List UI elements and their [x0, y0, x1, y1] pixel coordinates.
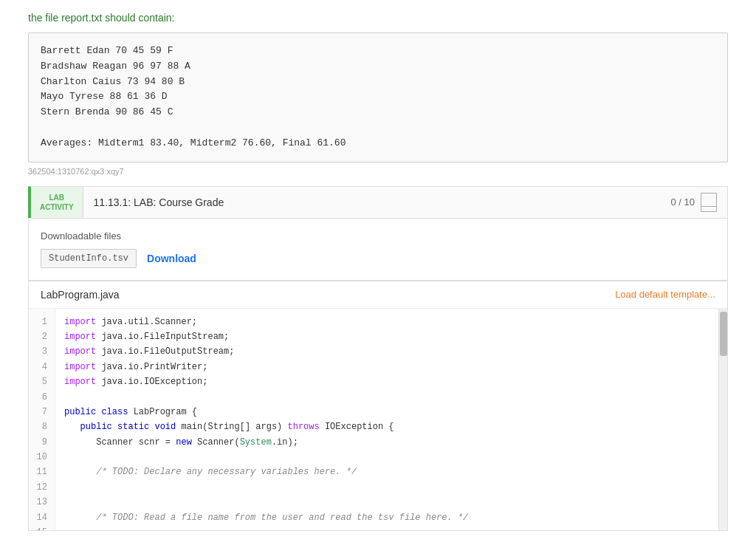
code-filename: LabProgram.java [41, 289, 120, 301]
file-name-badge: StudentInfo.tsv [41, 249, 137, 268]
flag-icon [701, 193, 717, 212]
code-editor-header: LabProgram.java Load default template... [29, 281, 727, 309]
download-link[interactable]: Download [147, 253, 196, 264]
instruction-text: the file report.txt should contain: [28, 12, 728, 24]
output-box: Barrett Edan 70 45 59 F Bradshaw Reagan … [28, 32, 728, 162]
code-editor-container: LabProgram.java Load default template...… [28, 281, 728, 531]
lab-activity-label: LAB ACTIVITY [31, 187, 83, 218]
code-content[interactable]: import java.util.Scanner; import java.io… [55, 309, 718, 530]
file-download-row: StudentInfo.tsv Download [41, 249, 715, 268]
downloadable-label: Downloadable files [41, 230, 715, 242]
lab-activity-bar: LAB ACTIVITY 11.13.1: LAB: Course Grade … [28, 186, 728, 218]
file-id: 362504:1310762:qx3:xqy7 [28, 167, 728, 176]
lab-activity-title: 11.13.1: LAB: Course Grade [83, 191, 661, 214]
code-area[interactable]: 1234567891011121314151617 import java.ut… [29, 309, 727, 530]
downloadable-section: Downloadable files StudentInfo.tsv Downl… [28, 218, 728, 281]
lab-score: 0 / 10 [660, 187, 727, 218]
load-template-link[interactable]: Load default template... [615, 289, 715, 300]
scrollbar[interactable] [718, 309, 727, 530]
scrollbar-thumb[interactable] [720, 312, 727, 356]
line-numbers: 1234567891011121314151617 [29, 309, 55, 530]
